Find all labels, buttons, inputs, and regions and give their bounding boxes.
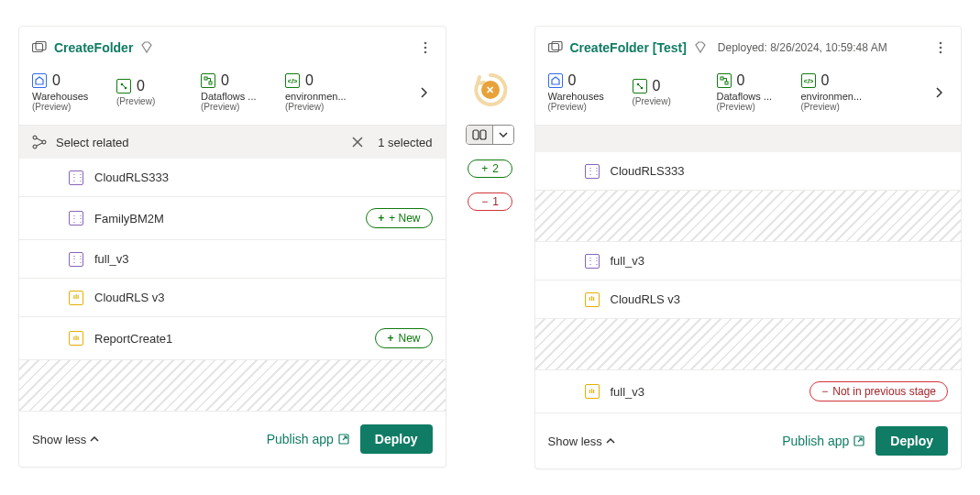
premium-icon bbox=[694, 41, 707, 54]
report-icon bbox=[69, 291, 83, 305]
list-item[interactable]: CloudRLS333 bbox=[19, 159, 446, 197]
svg-point-12 bbox=[42, 140, 46, 144]
sync-status-icon[interactable]: ✕ bbox=[470, 70, 511, 110]
workspace-title[interactable]: CreateFolder [Test] bbox=[570, 40, 687, 55]
sync-mismatch-icon: ✕ bbox=[481, 81, 500, 99]
list-item[interactable]: CloudRLS v3 bbox=[19, 279, 446, 317]
svg-rect-7 bbox=[204, 77, 207, 80]
clear-selection-button[interactable] bbox=[352, 137, 363, 148]
list-item[interactable]: full_v3 bbox=[19, 240, 446, 279]
publish-app-button[interactable]: Publish app bbox=[782, 434, 864, 448]
warehouse-icon bbox=[32, 73, 47, 88]
semantic-model-icon bbox=[585, 254, 600, 269]
svg-point-3 bbox=[424, 47, 426, 50]
card-footer: Show less Publish app Deploy bbox=[19, 412, 446, 467]
deployed-timestamp: Deployed: 8/26/2024, 10:59:48 AM bbox=[718, 41, 887, 54]
compare-side-by-side-button[interactable] bbox=[467, 126, 493, 144]
list-item[interactable]: CloudRLS v3 bbox=[535, 280, 962, 319]
show-less-button[interactable]: Show less bbox=[548, 434, 615, 448]
workspace-icon bbox=[32, 41, 47, 54]
compare-mode-toggle bbox=[466, 125, 514, 145]
svg-rect-14 bbox=[473, 130, 479, 139]
empty-slot bbox=[535, 191, 962, 242]
list-item[interactable]: full_v3 −Not in previous stage bbox=[535, 370, 962, 413]
empty-slot bbox=[535, 319, 962, 370]
stage-card-target: CreateFolder [Test] Deployed: 8/26/2024,… bbox=[534, 26, 963, 469]
new-badge: ++ New bbox=[366, 208, 432, 228]
item-icon bbox=[116, 79, 131, 94]
svg-point-11 bbox=[33, 145, 37, 148]
card-footer: Show less Publish app Deploy bbox=[535, 413, 962, 468]
svg-point-10 bbox=[33, 136, 37, 139]
svg-text:</>: </> bbox=[804, 77, 813, 85]
list-item[interactable]: FamilyBM2M ++ New bbox=[19, 197, 446, 240]
env-icon: </> bbox=[801, 73, 816, 88]
stat-environments[interactable]: </>0 environmen... (Preview) bbox=[801, 72, 864, 112]
semantic-model-icon bbox=[69, 211, 83, 226]
svg-rect-17 bbox=[552, 42, 562, 50]
publish-app-button[interactable]: Publish app bbox=[267, 432, 349, 446]
select-related-label[interactable]: Select related bbox=[56, 136, 129, 149]
workspace-title[interactable]: CreateFolder bbox=[54, 40, 133, 55]
compare-column: ✕ +2 −1 bbox=[463, 26, 518, 211]
semantic-model-icon bbox=[585, 164, 600, 179]
header-divider bbox=[535, 125, 962, 152]
stats-scroll-right[interactable] bbox=[930, 82, 948, 104]
stat-warehouses[interactable]: 0 Warehouses (Preview) bbox=[548, 72, 611, 112]
svg-point-18 bbox=[940, 42, 942, 45]
new-badge: +New bbox=[375, 328, 432, 348]
svg-text:</>: </> bbox=[288, 77, 297, 85]
stats-row: 0 Warehouses (Preview) 0 (Preview) 0 Dat… bbox=[19, 69, 446, 125]
stat-dataflows[interactable]: 0 Dataflows ... (Preview) bbox=[717, 72, 779, 112]
compare-dropdown-button[interactable] bbox=[493, 126, 513, 144]
svg-rect-0 bbox=[33, 44, 43, 52]
svg-point-19 bbox=[940, 47, 942, 50]
stat-preview-1[interactable]: 0 (Preview) bbox=[633, 78, 695, 106]
svg-rect-8 bbox=[209, 82, 212, 84]
report-icon bbox=[585, 292, 600, 307]
stats-row: 0 Warehouses (Preview) 0 (Preview) 0 Dat… bbox=[535, 69, 962, 125]
deploy-button[interactable]: Deploy bbox=[875, 426, 948, 456]
svg-rect-1 bbox=[36, 42, 46, 50]
semantic-model-icon bbox=[69, 170, 83, 185]
select-related-icon bbox=[32, 135, 47, 149]
stats-scroll-right[interactable] bbox=[414, 82, 433, 104]
stat-preview-1[interactable]: 0 (Preview) bbox=[116, 78, 179, 106]
selection-count: 1 selected bbox=[378, 136, 432, 149]
svg-rect-15 bbox=[480, 130, 486, 139]
stat-warehouses[interactable]: 0 Warehouses (Preview) bbox=[32, 72, 94, 112]
more-menu-button[interactable] bbox=[933, 36, 948, 60]
list-item[interactable]: full_v3 bbox=[535, 242, 962, 280]
warehouse-icon bbox=[548, 73, 563, 88]
missing-badge: −Not in previous stage bbox=[809, 381, 948, 402]
svg-rect-24 bbox=[725, 82, 728, 84]
svg-point-2 bbox=[424, 42, 426, 45]
item-list: CloudRLS333 full_v3 CloudRLS v3 full_v3 … bbox=[535, 152, 962, 413]
report-icon bbox=[69, 331, 83, 346]
select-related-bar: Select related 1 selected bbox=[19, 125, 446, 159]
empty-slot bbox=[19, 360, 446, 412]
workspace-icon bbox=[548, 41, 563, 54]
item-list: CloudRLS333 FamilyBM2M ++ New full_v3 Cl… bbox=[19, 159, 446, 412]
item-icon bbox=[633, 79, 647, 94]
dataflow-icon bbox=[201, 73, 215, 88]
premium-icon bbox=[140, 41, 153, 54]
stage-card-source: CreateFolder 0 Warehouses (Preview) 0 (P… bbox=[18, 26, 446, 468]
semantic-model-icon bbox=[69, 252, 83, 267]
deploy-button[interactable]: Deploy bbox=[360, 424, 433, 454]
stat-dataflows[interactable]: 0 Dataflows ... (Preview) bbox=[201, 72, 263, 112]
more-menu-button[interactable] bbox=[418, 36, 433, 60]
svg-rect-16 bbox=[548, 44, 558, 52]
svg-point-4 bbox=[424, 51, 426, 54]
list-item[interactable]: CloudRLS333 bbox=[535, 152, 962, 191]
report-icon bbox=[585, 384, 600, 399]
dataflow-icon bbox=[717, 73, 732, 88]
show-less-button[interactable]: Show less bbox=[32, 433, 99, 446]
svg-point-20 bbox=[940, 51, 942, 54]
svg-rect-23 bbox=[721, 77, 723, 80]
diff-removed-pill[interactable]: −1 bbox=[468, 192, 512, 211]
env-icon: </> bbox=[285, 73, 300, 88]
list-item[interactable]: ReportCreate1 +New bbox=[19, 317, 446, 360]
diff-added-pill[interactable]: +2 bbox=[468, 160, 512, 178]
stat-environments[interactable]: </>0 environmen... (Preview) bbox=[285, 72, 347, 112]
